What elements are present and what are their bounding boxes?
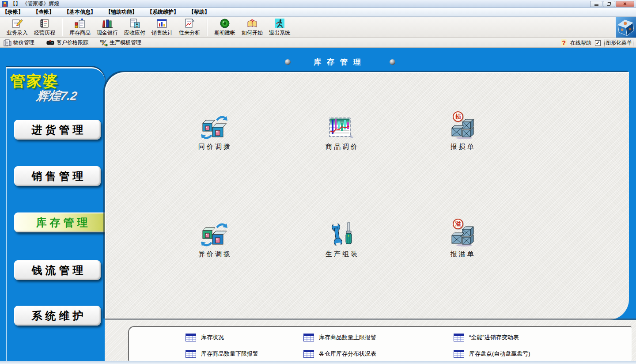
report-label: 各仓库库存分布状况表 xyxy=(319,350,376,358)
report-stock-upper-limit-alarm[interactable]: 库存商品数量上限报警 xyxy=(303,333,376,342)
module-label: 报溢单 xyxy=(449,250,476,258)
toolbar: 业务录入 经营历程 库存商品 xyxy=(0,17,636,38)
toolbar-button-initial-account-setup[interactable]: 期初建帐 xyxy=(211,18,238,37)
report-label: 库存商品数量上限报警 xyxy=(319,334,376,341)
report-label: 库存状况 xyxy=(201,334,224,341)
close-button[interactable]: ✕ xyxy=(616,1,634,7)
online-help-label[interactable]: 在线帮助 xyxy=(570,39,591,47)
ledger-icon xyxy=(39,18,50,29)
menu-system-maintenance[interactable]: 【系统维护】 xyxy=(147,8,179,16)
module-goods-price-adjust[interactable]: 商品调价 xyxy=(304,114,379,156)
graphical-menu-label[interactable]: 图形化菜单 xyxy=(604,39,633,47)
subtool-price-management[interactable]: 物价管理 xyxy=(4,39,34,46)
online-help-icon[interactable]: ? xyxy=(561,39,567,46)
toolbar-button-receivables-payables[interactable]: 应收应付 xyxy=(121,18,148,37)
menu-query[interactable]: 【查帐】 xyxy=(33,8,54,16)
exit-runner-icon xyxy=(274,18,285,29)
app-window: 【】 《管家婆》辉煌 ✕ 【录帐】 【查帐】 【基本信息】 【辅助功能】 【系统… xyxy=(0,0,636,364)
toolbar-button-how-to-start[interactable]: ? 如何开始 xyxy=(238,18,266,37)
reports-panel: 库存状况 库存商品数量上限报警 “全能” xyxy=(128,326,632,361)
module-label: 报损单 xyxy=(449,143,476,151)
report-inventory-status[interactable]: 库存状况 xyxy=(186,333,224,342)
menu-record[interactable]: 【录帐】 xyxy=(2,8,23,16)
toolbar-button-inventory-goods[interactable]: 库存商品 xyxy=(66,18,94,37)
report-stock-lower-limit-alarm[interactable]: 库存商品数量下限报警 xyxy=(186,349,258,359)
toolbar-label: 如何开始 xyxy=(242,29,263,37)
toolbar-label: 应收应付 xyxy=(124,29,145,37)
subtool-label: 生产模板管理 xyxy=(110,39,141,46)
table-icon xyxy=(303,334,314,341)
analysis-doc-icon xyxy=(184,18,195,29)
module-label: 商品调价 xyxy=(324,143,359,151)
bottom-band: 库存状况 库存商品数量上限报警 “全能” xyxy=(105,320,636,362)
toolbar-label: 往来分析 xyxy=(179,29,200,37)
table-icon xyxy=(454,334,464,341)
toolbar-separator xyxy=(207,19,208,36)
report-label: “全能”进销存变动表 xyxy=(469,334,519,341)
report-stocktaking[interactable]: 库存盘点(自动盘赢盘亏) xyxy=(454,349,530,359)
sidebar-item-inventory-management[interactable]: 库存管理 xyxy=(14,212,110,232)
titlebar: 【】 《管家婆》辉煌 ✕ xyxy=(0,0,636,8)
pages-icon xyxy=(4,39,11,46)
pen-paper-icon xyxy=(11,18,23,29)
page-title: 库存管理 xyxy=(314,57,367,67)
window-title: 【】 《管家婆》辉煌 xyxy=(10,0,59,8)
report-label: 库存盘点(自动盘赢盘亏) xyxy=(469,350,530,358)
question-book-icon: ? xyxy=(246,18,258,29)
sphere-bullet-icon xyxy=(285,59,291,65)
toolbar-label: 业务录入 xyxy=(7,29,28,37)
goods-box-icon xyxy=(74,18,86,29)
menu-aux-functions[interactable]: 【辅助功能】 xyxy=(106,8,137,16)
table-icon xyxy=(303,350,314,358)
warehouse-transfer-icon xyxy=(201,222,227,247)
module-label: 同价调拨 xyxy=(197,143,232,151)
menu-help[interactable]: 【帮助】 xyxy=(189,8,210,16)
app-icon xyxy=(2,1,8,7)
cash-bank-icon xyxy=(102,18,113,29)
toolbar-label: 销售统计 xyxy=(151,29,173,37)
module-overflow-report[interactable]: 溢 报溢单 xyxy=(424,221,500,263)
window-bottom-edge xyxy=(0,361,636,364)
module-same-price-transfer[interactable]: 同价调拨 xyxy=(177,114,252,156)
minimize-icon xyxy=(594,4,598,6)
graphical-menu-checkbox[interactable]: ✓ xyxy=(595,40,601,46)
content-panel: 同价调拨 xyxy=(105,72,629,320)
toolbar-button-sales-statistics[interactable]: 销售统计 xyxy=(148,18,176,37)
report-all-purchase-sale-stock-change[interactable]: “全能”进销存变动表 xyxy=(454,333,519,342)
page-header: 库存管理 xyxy=(285,57,395,66)
toolbar-button-business-history[interactable]: 经营历程 xyxy=(31,18,58,37)
subtool-label: 物价管理 xyxy=(13,39,34,46)
menu-basic-info[interactable]: 【基本信息】 xyxy=(64,8,96,16)
toolbar-label: 库存商品 xyxy=(69,29,91,37)
brand-cube-panel xyxy=(615,17,636,38)
toolbar-label: 现金银行 xyxy=(97,29,118,37)
cube-logo-icon xyxy=(616,17,636,37)
sidebar-item-system-maintenance[interactable]: 系统维护 xyxy=(14,306,101,326)
toolbar-button-business-entry[interactable]: 业务录入 xyxy=(4,18,31,37)
target-icon xyxy=(219,18,231,29)
module-production-assembly[interactable]: 生产组装 xyxy=(304,221,379,263)
minimize-button[interactable] xyxy=(590,1,602,7)
module-diff-price-transfer[interactable]: 异价调拨 xyxy=(177,221,252,263)
subtool-customer-price-tracking[interactable]: 客户价格跟踪 xyxy=(46,39,88,46)
damage-badge: 损 xyxy=(453,111,463,122)
sidebar-item-cash-flow-management[interactable]: 钱流管理 xyxy=(14,260,101,280)
brand-logo-version: 辉煌7.2 xyxy=(35,88,78,104)
module-damage-report[interactable]: 损 报损单 xyxy=(424,114,500,156)
sales-chart-icon xyxy=(156,18,168,29)
toolbar-button-exit-system[interactable]: 退出系统 xyxy=(266,18,293,37)
toolbar-separator xyxy=(62,19,63,36)
subtool-label: 客户价格跟踪 xyxy=(57,39,88,46)
report-label: 库存商品数量下限报警 xyxy=(201,350,258,358)
main-area: 库存管理 管家婆 辉煌7.2 进货管理 销售管理 库存管理 钱流管理 系统维护 xyxy=(0,48,636,364)
sidebar: 管家婆 辉煌7.2 进货管理 销售管理 库存管理 钱流管理 系统维护 xyxy=(6,67,105,361)
subtool-production-template[interactable]: 生产模板管理 xyxy=(100,39,141,46)
toolbar-button-contacts-analysis[interactable]: 往来分析 xyxy=(176,18,203,37)
tools-icon xyxy=(100,39,108,46)
restore-button[interactable] xyxy=(603,1,615,7)
sidebar-item-purchase-management[interactable]: 进货管理 xyxy=(14,120,101,140)
overflow-badge: 溢 xyxy=(453,219,463,229)
sidebar-item-sales-management[interactable]: 销售管理 xyxy=(14,166,101,186)
toolbar-button-cash-bank[interactable]: 现金银行 xyxy=(94,18,121,37)
report-warehouse-distribution[interactable]: 各仓库库存分布状况表 xyxy=(303,349,376,359)
